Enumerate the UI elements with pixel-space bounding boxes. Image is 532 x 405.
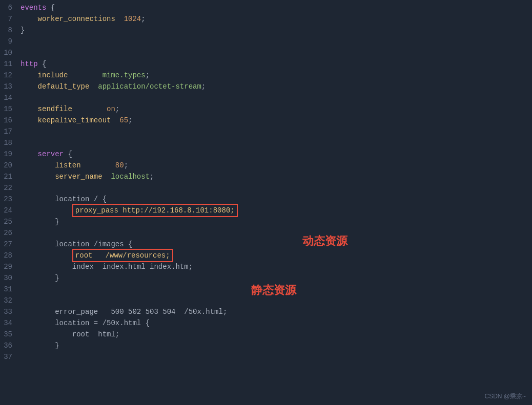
code-line: 14 xyxy=(0,92,532,103)
line-content xyxy=(21,137,532,148)
line-number: 9 xyxy=(0,36,21,47)
code-line: 7 worker_connections 1024; xyxy=(0,13,532,25)
code-line: 10 xyxy=(0,47,532,58)
line-content xyxy=(21,351,532,363)
line-content: } xyxy=(21,216,532,227)
watermark: CSDN @乘凉~ xyxy=(484,392,526,401)
line-number: 11 xyxy=(0,58,21,70)
line-number: 27 xyxy=(0,239,21,250)
line-content xyxy=(21,126,532,137)
code-line: 27 location /images { xyxy=(0,239,532,250)
line-number: 14 xyxy=(0,92,21,103)
line-number: 31 xyxy=(0,284,21,295)
line-number: 21 xyxy=(0,171,21,182)
line-content: location / { xyxy=(21,194,532,205)
line-content: } xyxy=(21,25,532,36)
line-content: include mime.types; xyxy=(21,70,532,81)
annotation-dynamic: 动态资源 xyxy=(302,233,347,249)
line-number: 16 xyxy=(0,115,21,126)
line-content: root /www/resources; xyxy=(21,250,532,261)
code-line: 11http { xyxy=(0,58,532,70)
line-content: location = /50x.html { xyxy=(21,317,532,329)
line-number: 13 xyxy=(0,81,21,92)
code-line: 15 sendfile on; xyxy=(0,103,532,115)
line-content: worker_connections 1024; xyxy=(21,13,532,25)
dynamic-resource-highlight: proxy_pass http://192.168.8.101:8080; xyxy=(72,204,238,217)
line-number: 8 xyxy=(0,25,21,36)
code-line: 28 root /www/resources; xyxy=(0,250,532,261)
code-line: 13 default_type application/octet-stream… xyxy=(0,81,532,92)
code-line: 22 xyxy=(0,182,532,194)
line-content: listen 80; xyxy=(21,160,532,171)
line-number: 32 xyxy=(0,295,21,306)
line-content: sendfile on; xyxy=(21,103,532,115)
line-number: 29 xyxy=(0,261,21,272)
line-content: location /images { xyxy=(21,239,532,250)
code-line: 24 proxy_pass http://192.168.8.101:8080; xyxy=(0,205,532,216)
line-content: http { xyxy=(21,58,532,70)
code-line: 19 server { xyxy=(0,148,532,160)
code-line: 20 listen 80; xyxy=(0,160,532,171)
line-number: 23 xyxy=(0,194,21,205)
line-content xyxy=(21,36,532,47)
line-content: proxy_pass http://192.168.8.101:8080; xyxy=(21,205,532,216)
line-number: 25 xyxy=(0,216,21,227)
code-line: 8} xyxy=(0,25,532,36)
line-content: server { xyxy=(21,148,532,160)
line-number: 20 xyxy=(0,160,21,171)
line-number: 24 xyxy=(0,205,21,216)
line-number: 30 xyxy=(0,272,21,284)
line-number: 7 xyxy=(0,13,21,25)
line-content: index index.html index.htm; xyxy=(21,261,532,272)
line-number: 12 xyxy=(0,70,21,81)
line-content xyxy=(21,47,532,58)
code-line: 35 root html; xyxy=(0,329,532,340)
line-number: 37 xyxy=(0,351,21,363)
code-editor: 6events {7 worker_connections 1024;8}9 1… xyxy=(0,0,532,365)
code-line: 33 error_page 500 502 503 504 /50x.html; xyxy=(0,306,532,317)
code-line: 36 } xyxy=(0,340,532,351)
code-line: 25 } xyxy=(0,216,532,227)
code-line: 37 xyxy=(0,351,532,363)
code-line: 12 include mime.types; xyxy=(0,70,532,81)
code-line: 23 location / { xyxy=(0,194,532,205)
line-number: 15 xyxy=(0,103,21,115)
code-line: 9 xyxy=(0,36,532,47)
line-content xyxy=(21,227,532,239)
annotation-static: 静态资源 xyxy=(251,283,296,298)
line-number: 28 xyxy=(0,250,21,261)
line-number: 35 xyxy=(0,329,21,340)
line-number: 10 xyxy=(0,47,21,58)
line-content xyxy=(21,92,532,103)
line-number: 17 xyxy=(0,126,21,137)
line-number: 34 xyxy=(0,317,21,329)
line-content: default_type application/octet-stream; xyxy=(21,81,532,92)
line-content: root html; xyxy=(21,329,532,340)
line-number: 26 xyxy=(0,227,21,239)
code-line: 17 xyxy=(0,126,532,137)
code-line: 6events { xyxy=(0,2,532,13)
line-content: } xyxy=(21,340,532,351)
code-line: 16 keepalive_timeout 65; xyxy=(0,115,532,126)
line-number: 22 xyxy=(0,182,21,194)
static-resource-highlight: root /www/resources; xyxy=(72,249,173,262)
code-line: 29 index index.html index.htm; xyxy=(0,261,532,272)
line-number: 19 xyxy=(0,148,21,160)
line-content: server_name localhost; xyxy=(21,171,532,182)
code-line: 21 server_name localhost; xyxy=(0,171,532,182)
line-content: events { xyxy=(21,2,532,13)
line-number: 18 xyxy=(0,137,21,148)
line-content xyxy=(21,182,532,194)
line-content: error_page 500 502 503 504 /50x.html; xyxy=(21,306,532,317)
code-line: 18 xyxy=(0,137,532,148)
line-number: 6 xyxy=(0,2,21,13)
line-content: keepalive_timeout 65; xyxy=(21,115,532,126)
line-content: } xyxy=(21,272,532,284)
code-line: 34 location = /50x.html { xyxy=(0,317,532,329)
code-line: 30 } xyxy=(0,272,532,284)
code-line: 26 xyxy=(0,227,532,239)
line-number: 36 xyxy=(0,340,21,351)
line-number: 33 xyxy=(0,306,21,317)
